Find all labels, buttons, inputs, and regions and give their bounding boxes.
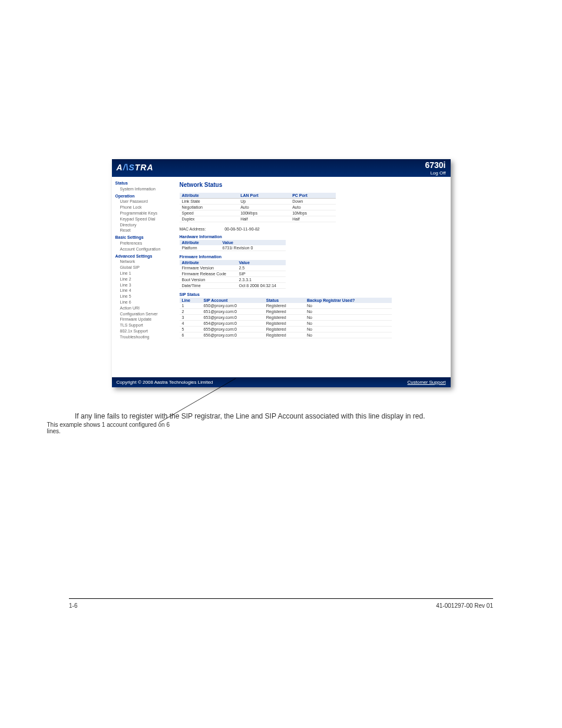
table-row: Platform6731i Revision 0: [180, 245, 286, 251]
sidebar-item[interactable]: Line 2: [115, 276, 171, 282]
customer-support-link[interactable]: Customer Support: [408, 380, 446, 385]
table-row: 5655@proxy.com:0RegisteredNo: [180, 327, 392, 332]
sidebar-item[interactable]: Line 1: [115, 271, 171, 276]
mac-value: 00-08-5D-11-90-82: [224, 227, 260, 231]
sidebar-category: Advanced Settings: [115, 253, 171, 259]
hardware-info-table: AttributeValuePlatform6731i Revision 0: [180, 240, 286, 251]
cell: Registered: [264, 321, 305, 327]
main-content: Network Status AttributeLAN PortPC Port …: [174, 177, 451, 377]
cell: Duplex: [180, 216, 239, 222]
cell: Registered: [264, 315, 305, 321]
sidebar-item[interactable]: Programmable Keys: [115, 210, 171, 216]
sip-status-title: SIP Status: [180, 292, 445, 297]
firmware-info-title: Firmware Information: [180, 255, 445, 259]
table-row: Firmware Version2.5: [180, 265, 286, 271]
cell: Registered: [264, 303, 305, 309]
table-row: 2651@proxy.com:0RegisteredNo: [180, 309, 392, 315]
cell: No: [305, 303, 392, 309]
column-header: Attribute: [180, 260, 237, 265]
column-header: Status: [264, 298, 305, 303]
callout-text: This example shows 1 account configured …: [47, 421, 177, 434]
table-row: Speed100Mbps10Mbps: [180, 210, 336, 216]
column-header: Attribute: [180, 193, 239, 199]
cell: 651@proxy.com:0: [201, 309, 263, 315]
sidebar-nav: StatusSystem InformationOperationUser Pa…: [112, 177, 174, 377]
cell: 653@proxy.com:0: [201, 315, 263, 321]
sidebar-item[interactable]: Line 6: [115, 299, 171, 305]
cell: Oct 8 2008 04:32:14: [236, 283, 285, 289]
web-ui-screenshot: A/\STRA 6730i Log Off StatusSystem Infor…: [112, 159, 451, 387]
column-header: SIP Account: [201, 298, 263, 303]
cell: Registered: [264, 309, 305, 315]
sidebar-item[interactable]: Network: [115, 259, 171, 265]
column-header: Line: [180, 298, 201, 303]
cell: 3: [180, 315, 201, 321]
table-row: NegotiationAutoAuto: [180, 205, 336, 210]
sidebar-item[interactable]: Line 3: [115, 282, 171, 288]
column-header: Backup Registrar Used?: [305, 298, 392, 303]
hardware-info-title: Hardware Information: [180, 235, 445, 239]
sidebar-item[interactable]: Phone Lock: [115, 205, 171, 210]
cell: Up: [238, 199, 290, 205]
cell: Half: [290, 216, 335, 222]
cell: 4: [180, 321, 201, 327]
sip-status-table: LineSIP AccountStatusBackup Registrar Us…: [180, 298, 392, 338]
cell: No: [305, 315, 392, 321]
column-header: PC Port: [290, 193, 335, 199]
cell: Half: [238, 216, 290, 222]
cell: Platform: [180, 245, 220, 251]
cell: Link State: [180, 199, 239, 205]
doc-revision: 41-001297-00 Rev 01: [436, 602, 493, 609]
cell: Firmware Version: [180, 265, 237, 271]
sidebar-item[interactable]: Troubleshooting: [115, 334, 171, 340]
cell: Auto: [238, 205, 290, 210]
column-header: LAN Port: [238, 193, 290, 199]
cell: Speed: [180, 210, 239, 216]
sidebar-item[interactable]: User Password: [115, 199, 171, 205]
sidebar-item[interactable]: System Information: [115, 186, 171, 192]
firmware-info-table: AttributeValueFirmware Version2.5Firmwar…: [180, 260, 286, 289]
brand-logo: A/\STRA: [117, 163, 154, 172]
cell: 2.5: [236, 265, 285, 271]
sidebar-item[interactable]: Line 5: [115, 294, 171, 299]
cell: 650@proxy.com:0: [201, 303, 263, 309]
cell: 656@proxy.com:0: [201, 332, 263, 338]
sidebar-item[interactable]: Global SIP: [115, 265, 171, 271]
table-row: 6656@proxy.com:0RegisteredNo: [180, 332, 392, 338]
sidebar-item[interactable]: Configuration Server: [115, 311, 171, 317]
sidebar-item[interactable]: Action URI: [115, 305, 171, 311]
sidebar-item[interactable]: Firmware Update: [115, 317, 171, 322]
cell: 655@proxy.com:0: [201, 327, 263, 332]
table-row: Link StateUpDown: [180, 199, 336, 205]
cell: 1: [180, 303, 201, 309]
sidebar-item[interactable]: TLS Support: [115, 322, 171, 328]
sidebar-category: Status: [115, 180, 171, 186]
cell: 10Mbps: [290, 210, 335, 216]
cell: Auto: [290, 205, 335, 210]
logoff-link[interactable]: Log Off: [430, 170, 445, 176]
sidebar-category: Operation: [115, 193, 171, 199]
sidebar-item[interactable]: Account Configuration: [115, 246, 171, 252]
cell: Date/Time: [180, 283, 237, 289]
cell: 2: [180, 309, 201, 315]
page-number: 1-6: [69, 602, 77, 609]
cell: 5: [180, 327, 201, 332]
cell: 6: [180, 332, 201, 338]
sidebar-item[interactable]: 802.1x Support: [115, 328, 171, 334]
cell: Registered: [264, 332, 305, 338]
column-header: Value: [220, 240, 286, 245]
cell: No: [305, 332, 392, 338]
sidebar-item[interactable]: Keypad Speed Dial: [115, 216, 171, 222]
sidebar-item[interactable]: Preferences: [115, 241, 171, 246]
table-row: DuplexHalfHalf: [180, 216, 336, 222]
table-row: 3653@proxy.com:0RegisteredNo: [180, 315, 392, 321]
sidebar-item[interactable]: Line 4: [115, 288, 171, 294]
sidebar-item[interactable]: Reset: [115, 228, 171, 233]
document-footer: 1-6 41-001297-00 Rev 01: [69, 598, 493, 609]
table-row: Date/TimeOct 8 2008 04:32:14: [180, 283, 286, 289]
mac-label: MAC Address:: [180, 227, 206, 231]
sidebar-item[interactable]: Directory: [115, 222, 171, 228]
cell: 100Mbps: [238, 210, 290, 216]
cell: Negotiation: [180, 205, 239, 210]
table-row: Firmware Release CodeSIP: [180, 271, 286, 277]
